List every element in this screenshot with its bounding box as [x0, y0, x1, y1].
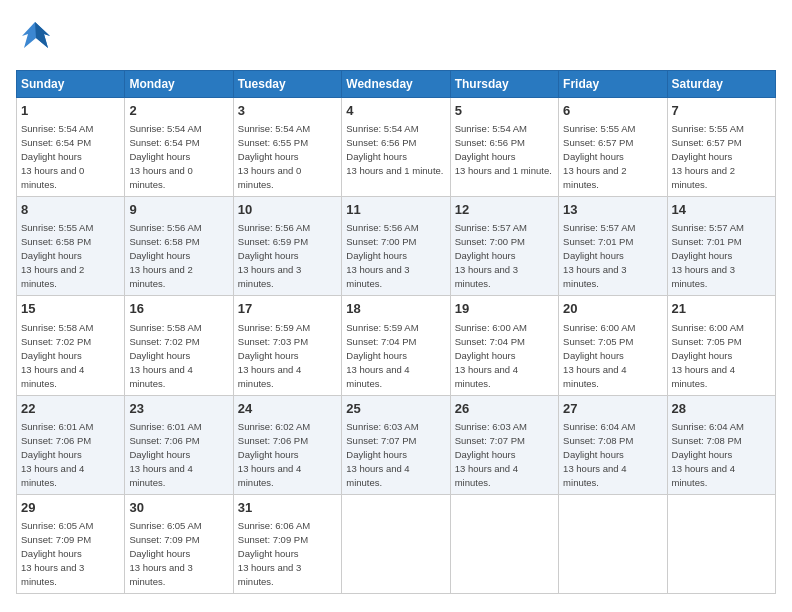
day-info: Sunrise: 5:55 AM Sunset: 6:57 PM Dayligh… [672, 123, 744, 190]
calendar-week-row: 8 Sunrise: 5:55 AM Sunset: 6:58 PM Dayli… [17, 197, 776, 296]
day-number: 31 [238, 499, 337, 517]
day-info: Sunrise: 5:54 AM Sunset: 6:55 PM Dayligh… [238, 123, 310, 190]
calendar-day-cell [450, 494, 558, 593]
day-info: Sunrise: 5:57 AM Sunset: 7:01 PM Dayligh… [672, 222, 744, 289]
day-number: 16 [129, 300, 228, 318]
day-number: 7 [672, 102, 771, 120]
day-number: 13 [563, 201, 662, 219]
day-info: Sunrise: 6:03 AM Sunset: 7:07 PM Dayligh… [346, 421, 418, 488]
day-number: 28 [672, 400, 771, 418]
calendar-day-cell [559, 494, 667, 593]
day-number: 27 [563, 400, 662, 418]
day-info: Sunrise: 6:03 AM Sunset: 7:07 PM Dayligh… [455, 421, 527, 488]
weekday-header-cell: Saturday [667, 71, 775, 98]
calendar-day-cell: 4 Sunrise: 5:54 AM Sunset: 6:56 PM Dayli… [342, 98, 450, 197]
calendar-week-row: 22 Sunrise: 6:01 AM Sunset: 7:06 PM Dayl… [17, 395, 776, 494]
calendar-day-cell: 25 Sunrise: 6:03 AM Sunset: 7:07 PM Dayl… [342, 395, 450, 494]
weekday-header-cell: Wednesday [342, 71, 450, 98]
day-number: 3 [238, 102, 337, 120]
calendar-day-cell: 8 Sunrise: 5:55 AM Sunset: 6:58 PM Dayli… [17, 197, 125, 296]
day-number: 30 [129, 499, 228, 517]
weekday-header-row: SundayMondayTuesdayWednesdayThursdayFrid… [17, 71, 776, 98]
weekday-header-cell: Sunday [17, 71, 125, 98]
day-number: 22 [21, 400, 120, 418]
calendar-table: SundayMondayTuesdayWednesdayThursdayFrid… [16, 70, 776, 594]
day-info: Sunrise: 5:59 AM Sunset: 7:03 PM Dayligh… [238, 322, 310, 389]
day-number: 2 [129, 102, 228, 120]
weekday-header-cell: Tuesday [233, 71, 341, 98]
calendar-day-cell: 29 Sunrise: 6:05 AM Sunset: 7:09 PM Dayl… [17, 494, 125, 593]
day-number: 10 [238, 201, 337, 219]
svg-marker-1 [35, 22, 50, 48]
day-number: 9 [129, 201, 228, 219]
day-number: 29 [21, 499, 120, 517]
day-info: Sunrise: 5:57 AM Sunset: 7:00 PM Dayligh… [455, 222, 527, 289]
calendar-day-cell: 23 Sunrise: 6:01 AM Sunset: 7:06 PM Dayl… [125, 395, 233, 494]
calendar-day-cell: 22 Sunrise: 6:01 AM Sunset: 7:06 PM Dayl… [17, 395, 125, 494]
calendar-day-cell: 14 Sunrise: 5:57 AM Sunset: 7:01 PM Dayl… [667, 197, 775, 296]
day-info: Sunrise: 6:00 AM Sunset: 7:05 PM Dayligh… [563, 322, 635, 389]
calendar-day-cell: 6 Sunrise: 5:55 AM Sunset: 6:57 PM Dayli… [559, 98, 667, 197]
calendar-day-cell: 26 Sunrise: 6:03 AM Sunset: 7:07 PM Dayl… [450, 395, 558, 494]
day-info: Sunrise: 5:58 AM Sunset: 7:02 PM Dayligh… [21, 322, 93, 389]
calendar-day-cell: 31 Sunrise: 6:06 AM Sunset: 7:09 PM Dayl… [233, 494, 341, 593]
day-number: 17 [238, 300, 337, 318]
day-info: Sunrise: 5:55 AM Sunset: 6:58 PM Dayligh… [21, 222, 93, 289]
calendar-day-cell: 13 Sunrise: 5:57 AM Sunset: 7:01 PM Dayl… [559, 197, 667, 296]
day-info: Sunrise: 5:55 AM Sunset: 6:57 PM Dayligh… [563, 123, 635, 190]
day-info: Sunrise: 6:00 AM Sunset: 7:05 PM Dayligh… [672, 322, 744, 389]
calendar-day-cell: 5 Sunrise: 5:54 AM Sunset: 6:56 PM Dayli… [450, 98, 558, 197]
day-info: Sunrise: 6:02 AM Sunset: 7:06 PM Dayligh… [238, 421, 310, 488]
logo [16, 16, 58, 60]
day-number: 19 [455, 300, 554, 318]
day-number: 26 [455, 400, 554, 418]
day-number: 21 [672, 300, 771, 318]
calendar-week-row: 15 Sunrise: 5:58 AM Sunset: 7:02 PM Dayl… [17, 296, 776, 395]
calendar-week-row: 1 Sunrise: 5:54 AM Sunset: 6:54 PM Dayli… [17, 98, 776, 197]
day-info: Sunrise: 6:05 AM Sunset: 7:09 PM Dayligh… [129, 520, 201, 587]
day-info: Sunrise: 6:05 AM Sunset: 7:09 PM Dayligh… [21, 520, 93, 587]
calendar-day-cell: 10 Sunrise: 5:56 AM Sunset: 6:59 PM Dayl… [233, 197, 341, 296]
day-info: Sunrise: 5:58 AM Sunset: 7:02 PM Dayligh… [129, 322, 201, 389]
day-info: Sunrise: 6:04 AM Sunset: 7:08 PM Dayligh… [563, 421, 635, 488]
weekday-header-cell: Thursday [450, 71, 558, 98]
calendar-day-cell: 16 Sunrise: 5:58 AM Sunset: 7:02 PM Dayl… [125, 296, 233, 395]
day-number: 24 [238, 400, 337, 418]
calendar-day-cell [342, 494, 450, 593]
day-info: Sunrise: 5:56 AM Sunset: 6:59 PM Dayligh… [238, 222, 310, 289]
calendar-day-cell: 27 Sunrise: 6:04 AM Sunset: 7:08 PM Dayl… [559, 395, 667, 494]
day-info: Sunrise: 6:01 AM Sunset: 7:06 PM Dayligh… [21, 421, 93, 488]
calendar-day-cell: 20 Sunrise: 6:00 AM Sunset: 7:05 PM Dayl… [559, 296, 667, 395]
calendar-day-cell: 3 Sunrise: 5:54 AM Sunset: 6:55 PM Dayli… [233, 98, 341, 197]
day-info: Sunrise: 5:54 AM Sunset: 6:54 PM Dayligh… [21, 123, 93, 190]
calendar-day-cell: 2 Sunrise: 5:54 AM Sunset: 6:54 PM Dayli… [125, 98, 233, 197]
calendar-week-row: 29 Sunrise: 6:05 AM Sunset: 7:09 PM Dayl… [17, 494, 776, 593]
calendar-day-cell: 28 Sunrise: 6:04 AM Sunset: 7:08 PM Dayl… [667, 395, 775, 494]
calendar-day-cell: 21 Sunrise: 6:00 AM Sunset: 7:05 PM Dayl… [667, 296, 775, 395]
calendar-day-cell: 30 Sunrise: 6:05 AM Sunset: 7:09 PM Dayl… [125, 494, 233, 593]
weekday-header-cell: Friday [559, 71, 667, 98]
calendar-day-cell: 11 Sunrise: 5:56 AM Sunset: 7:00 PM Dayl… [342, 197, 450, 296]
calendar-day-cell: 17 Sunrise: 5:59 AM Sunset: 7:03 PM Dayl… [233, 296, 341, 395]
day-number: 1 [21, 102, 120, 120]
day-info: Sunrise: 6:01 AM Sunset: 7:06 PM Dayligh… [129, 421, 201, 488]
day-number: 6 [563, 102, 662, 120]
day-number: 5 [455, 102, 554, 120]
day-number: 20 [563, 300, 662, 318]
day-info: Sunrise: 6:06 AM Sunset: 7:09 PM Dayligh… [238, 520, 310, 587]
day-info: Sunrise: 6:04 AM Sunset: 7:08 PM Dayligh… [672, 421, 744, 488]
calendar-day-cell: 12 Sunrise: 5:57 AM Sunset: 7:00 PM Dayl… [450, 197, 558, 296]
day-info: Sunrise: 6:00 AM Sunset: 7:04 PM Dayligh… [455, 322, 527, 389]
calendar-day-cell: 1 Sunrise: 5:54 AM Sunset: 6:54 PM Dayli… [17, 98, 125, 197]
day-info: Sunrise: 5:54 AM Sunset: 6:54 PM Dayligh… [129, 123, 201, 190]
day-info: Sunrise: 5:59 AM Sunset: 7:04 PM Dayligh… [346, 322, 418, 389]
calendar-day-cell: 18 Sunrise: 5:59 AM Sunset: 7:04 PM Dayl… [342, 296, 450, 395]
calendar-day-cell: 15 Sunrise: 5:58 AM Sunset: 7:02 PM Dayl… [17, 296, 125, 395]
day-info: Sunrise: 5:57 AM Sunset: 7:01 PM Dayligh… [563, 222, 635, 289]
weekday-header-cell: Monday [125, 71, 233, 98]
day-number: 4 [346, 102, 445, 120]
day-info: Sunrise: 5:56 AM Sunset: 7:00 PM Dayligh… [346, 222, 418, 289]
calendar-day-cell: 9 Sunrise: 5:56 AM Sunset: 6:58 PM Dayli… [125, 197, 233, 296]
day-info: Sunrise: 5:54 AM Sunset: 6:56 PM Dayligh… [346, 123, 443, 176]
calendar-body: 1 Sunrise: 5:54 AM Sunset: 6:54 PM Dayli… [17, 98, 776, 594]
